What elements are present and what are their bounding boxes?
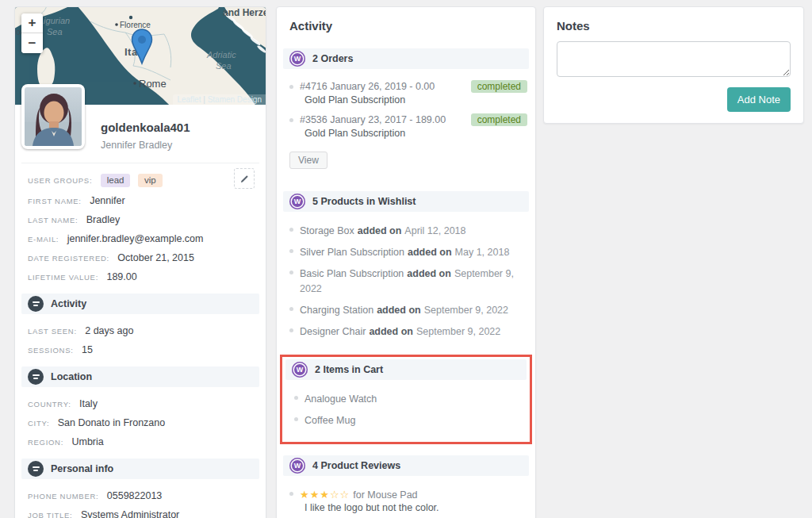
- field-row: Sessions: 15: [28, 340, 253, 359]
- orders-list: #4716 January 26, 2019 - 0.00 completed …: [277, 72, 535, 150]
- field-label: Job Title:: [28, 511, 72, 518]
- product-name: Designer Chair: [300, 326, 366, 337]
- wishlist-item: Silver Plan Subscriptionadded onMay 1, 2…: [289, 244, 527, 266]
- notes-actions: Add Note: [557, 87, 791, 112]
- order-product: Gold Plan Subscription: [300, 94, 527, 107]
- map-marker-icon[interactable]: [131, 29, 153, 65]
- bullet-icon: [289, 307, 293, 311]
- add-note-button[interactable]: Add Note: [727, 87, 791, 112]
- reviews-section-header: W 4 Product Reviews: [283, 455, 529, 476]
- field-value: Jennifer: [90, 195, 124, 206]
- product-name: Coffee Mug: [304, 415, 355, 426]
- cart-item: Coffee Mug: [294, 412, 519, 434]
- added-on-label: added on: [377, 305, 421, 316]
- location-fields: Country: Italy City: San Donato in Fronz…: [15, 390, 266, 452]
- list-icon: [28, 461, 44, 477]
- woocommerce-icon: W: [292, 362, 308, 378]
- map-zoom-in-button[interactable]: +: [21, 13, 43, 33]
- field-label: Last Name:: [28, 216, 78, 224]
- field-label: Lifetime Value:: [28, 273, 98, 282]
- added-date: September 9, 2022: [416, 326, 500, 337]
- field-value: Umbria: [71, 436, 103, 447]
- edit-user-button[interactable]: [234, 168, 255, 189]
- note-input[interactable]: [557, 41, 791, 77]
- order-summary: #4716 January 26, 2019 - 0.00: [300, 80, 465, 94]
- product-name: Silver Plan Subscription: [300, 247, 404, 258]
- field-row: Last Seen: 2 days ago: [28, 320, 253, 340]
- field-value: Bradley: [86, 214, 120, 225]
- field-value: San Donato in Fronzano: [58, 417, 166, 428]
- field-label: City:: [28, 419, 49, 428]
- order-item: #4716 January 26, 2019 - 0.00 completed …: [289, 80, 527, 113]
- wishlist-item: Basic Plan Subscriptionadded onSeptember…: [289, 266, 527, 302]
- map-attribution: Leaflet | Stamen Design: [173, 94, 266, 105]
- woocommerce-icon: W: [289, 458, 305, 474]
- field-row: Region: Umbria: [28, 432, 253, 451]
- divider: [21, 163, 259, 163]
- pencil-icon: [240, 175, 249, 183]
- view-orders-button[interactable]: View: [289, 152, 327, 169]
- cart-item: Analogue Watch: [294, 391, 519, 412]
- field-label: Region:: [28, 438, 63, 447]
- added-date: May 1, 2018: [455, 247, 510, 258]
- bullet-icon: [294, 417, 298, 421]
- leaflet-link[interactable]: Leaflet: [177, 95, 201, 104]
- product-name: Storage Box: [300, 225, 354, 236]
- user-fields: User Groups: lead vip First Name: Jennif…: [15, 167, 266, 287]
- notes-card: Notes Add Note: [543, 6, 804, 124]
- group-badge-vip: vip: [138, 174, 163, 187]
- status-badge: completed: [471, 80, 527, 93]
- field-label: Phone Number:: [28, 492, 98, 501]
- wishlist-list: Storage Boxadded onApril 12, 2018 Silver…: [277, 215, 535, 348]
- field-row: Last Name: Bradley: [28, 209, 253, 228]
- field-label: Sessions:: [28, 346, 74, 355]
- user-profile-card: Ligurian Sea Florence Italy Rome Adriati…: [14, 6, 266, 518]
- product-name: Charging Station: [300, 305, 373, 316]
- cart-list: Analogue Watch Coffee Mug: [285, 383, 527, 434]
- field-row: E-mail: jennifer.bradley@example.com: [28, 228, 253, 247]
- attribution-divider: |: [203, 95, 205, 104]
- bullet-icon: [289, 228, 293, 232]
- stamen-design-link[interactable]: Stamen Design: [208, 95, 262, 104]
- field-row: Lifetime Value: 189.00: [28, 267, 253, 286]
- added-date: September 9, 2022: [424, 305, 508, 316]
- field-label: E-mail:: [28, 235, 59, 244]
- section-header-activity: Activity: [21, 294, 259, 314]
- activity-card: Activity W 2 Orders #4716 January 26, 20…: [276, 6, 536, 518]
- product-name: Basic Plan Subscription: [300, 268, 404, 279]
- section-header-personal-info: Personal info: [21, 459, 259, 479]
- notes-title: Notes: [557, 19, 791, 33]
- field-row: Date Registered: October 21, 2015: [28, 247, 253, 267]
- map-zoom-out-button[interactable]: −: [21, 33, 43, 53]
- field-row: First Name: Jennifer: [28, 190, 253, 209]
- field-label: Date Registered:: [28, 254, 109, 263]
- bullet-icon: [289, 271, 293, 274]
- username: goldenkoala401: [101, 121, 253, 134]
- added-date: April 12, 2018: [404, 225, 465, 236]
- field-value: October 21, 2015: [117, 252, 194, 263]
- added-on-label: added on: [358, 225, 402, 236]
- activity-fields: Last Seen: 2 days ago Sessions: 15: [15, 317, 266, 360]
- avatar: [21, 84, 85, 149]
- bullet-icon: [294, 396, 298, 400]
- list-icon: [28, 369, 44, 385]
- field-value: 2 days ago: [85, 325, 133, 336]
- bullet-icon: [289, 492, 293, 496]
- field-row: City: San Donato in Fronzano: [28, 412, 253, 432]
- status-badge: completed: [471, 113, 527, 126]
- reviews-header-label: 4 Product Reviews: [312, 460, 400, 471]
- field-value: Systems Administrator: [81, 509, 179, 518]
- bullet-icon: [289, 328, 293, 332]
- field-label: Last Seen:: [28, 327, 77, 336]
- field-value: 0559822013: [107, 490, 163, 501]
- field-label: First Name:: [28, 197, 82, 205]
- product-name: Analogue Watch: [304, 393, 377, 405]
- cart-highlight-box: W 2 Items in Cart Analogue Watch Coffee …: [280, 355, 532, 444]
- bullet-icon: [289, 249, 293, 253]
- order-summary: #3536 January 23, 2017 - 189.00: [300, 113, 465, 127]
- review-product: for Mouse Pad: [353, 489, 417, 501]
- full-name: Jennifer Bradley: [101, 140, 253, 151]
- customer-profile-page: Ligurian Sea Florence Italy Rome Adriati…: [0, 0, 812, 518]
- wishlist-section-header: W 5 Products in Wishlist: [283, 191, 529, 212]
- review-item: ★★★☆☆for Mouse Pad I like the logo but n…: [289, 487, 527, 518]
